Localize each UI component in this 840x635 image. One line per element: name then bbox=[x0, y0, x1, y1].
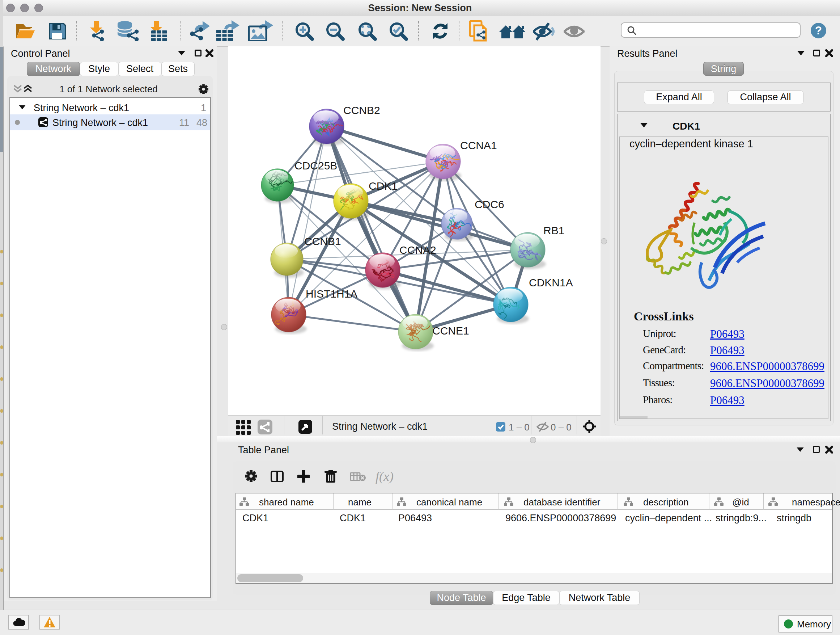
svg-text:CDC6: CDC6 bbox=[475, 198, 504, 211]
svg-text:CDK1: CDK1 bbox=[369, 180, 398, 192]
svg-text:CCNB1: CCNB1 bbox=[304, 235, 341, 247]
svg-text:CCNA2: CCNA2 bbox=[399, 244, 436, 256]
svg-text:CDKN1A: CDKN1A bbox=[529, 277, 573, 288]
svg-text:CCNA1: CCNA1 bbox=[460, 139, 497, 151]
svg-text:CDC25B: CDC25B bbox=[294, 160, 337, 172]
svg-text:RB1: RB1 bbox=[543, 225, 564, 236]
svg-text:CCNE1: CCNE1 bbox=[432, 325, 469, 337]
svg-text:HIST1H1A: HIST1H1A bbox=[306, 288, 357, 300]
svg-text:CCNB2: CCNB2 bbox=[343, 104, 380, 116]
